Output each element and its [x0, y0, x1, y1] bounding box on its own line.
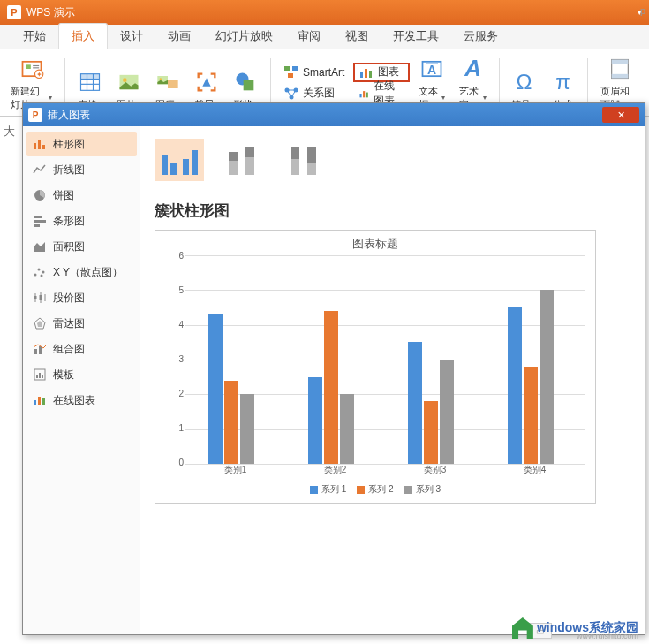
insert-chart-dialog: P 插入图表 ✕ 柱形图 折线图 饼图 条形图 面积图 X Y（散点图） 股价图…: [22, 102, 645, 635]
svg-rect-40: [34, 143, 36, 149]
svg-rect-41: [38, 140, 41, 149]
tab-review[interactable]: 审阅: [285, 24, 333, 49]
chart-type-stock[interactable]: 股价图: [26, 285, 137, 310]
online-chart-button[interactable]: 在线图表: [353, 84, 410, 103]
chart-type-template[interactable]: 模板: [26, 362, 137, 387]
chart-type-bar[interactable]: 条形图: [26, 208, 137, 233]
preview-title: 簇状柱形图: [155, 201, 630, 221]
chart-type-radar[interactable]: 雷达图: [26, 311, 137, 336]
svg-rect-21: [288, 73, 293, 78]
subtype-percent-stacked[interactable]: [278, 139, 328, 181]
pie-chart-icon: [32, 188, 48, 202]
chart-plot: [185, 255, 585, 464]
separator: [270, 58, 271, 108]
svg-rect-52: [34, 296, 37, 299]
svg-rect-42: [42, 145, 45, 149]
svg-rect-64: [34, 400, 36, 405]
column-chart-icon: [32, 137, 48, 151]
chart-type-area[interactable]: 面积图: [26, 234, 137, 259]
separator: [587, 58, 588, 108]
dialog-logo-icon: P: [28, 108, 42, 122]
symbol-icon: Ω: [511, 70, 536, 95]
textbox-icon: A: [419, 57, 444, 81]
svg-rect-54: [40, 295, 42, 300]
chart-legend: 系列 1系列 2系列 3: [155, 483, 595, 496]
line-chart-icon: [32, 163, 48, 177]
tab-animation[interactable]: 动画: [155, 24, 203, 49]
chart-title: 图表标题: [155, 231, 595, 252]
tab-design[interactable]: 设计: [108, 24, 155, 49]
title-bar: P WPS 演示 ▾: [0, 0, 649, 25]
header-footer-icon: [607, 57, 632, 81]
svg-rect-61: [36, 375, 38, 378]
svg-rect-11: [81, 73, 100, 79]
svg-point-48: [38, 269, 41, 271]
chart-preview: 图表标题 0123456 类别1类别2类别3类别4 系列 1系列 2系列 3: [155, 230, 596, 504]
svg-line-26: [287, 90, 291, 97]
subtype-clustered[interactable]: [155, 139, 204, 181]
svg-rect-18: [244, 80, 254, 90]
online-icon: [32, 393, 48, 407]
relation-button[interactable]: 关系图: [278, 84, 350, 103]
tab-insert[interactable]: 插入: [58, 23, 108, 49]
chart-icon: [358, 65, 374, 80]
watermark-sub: www.ruishitu.com: [577, 632, 638, 640]
svg-point-47: [34, 274, 37, 277]
chart-type-column[interactable]: 柱形图: [26, 132, 137, 156]
chart-type-online[interactable]: 在线图表: [26, 388, 137, 413]
svg-rect-63: [42, 375, 43, 378]
svg-rect-38: [611, 59, 628, 64]
chart-type-pie[interactable]: 饼图: [26, 183, 137, 208]
relation-label: 关系图: [303, 86, 335, 101]
bar-chart-icon: [32, 214, 48, 228]
tab-slideshow[interactable]: 幻灯片放映: [203, 24, 285, 49]
svg-marker-57: [37, 321, 42, 327]
svg-rect-58: [34, 349, 37, 354]
shapes-icon: [233, 70, 258, 95]
svg-rect-33: [366, 92, 368, 97]
smartart-label: SmartArt: [303, 66, 344, 79]
equation-icon: π: [550, 70, 575, 95]
chart-label: 图表: [378, 64, 399, 80]
topright-label: p: [640, 5, 645, 16]
svg-rect-20: [292, 66, 298, 71]
chart-type-line[interactable]: 折线图: [26, 157, 137, 182]
tab-start[interactable]: 开始: [11, 24, 58, 49]
dropdown-arrow-icon: ▾: [49, 94, 52, 102]
dialog-title-bar[interactable]: P 插入图表 ✕: [23, 103, 645, 126]
menu-tabs: 开始 插入 设计 动画 幻灯片放映 审阅 视图 开发工具 云服务: [0, 25, 649, 49]
chart-type-combo[interactable]: 组合图: [26, 337, 137, 361]
svg-rect-62: [39, 373, 41, 378]
svg-rect-66: [42, 398, 45, 405]
stock-chart-icon: [32, 291, 48, 305]
svg-rect-45: [34, 220, 46, 223]
new-slide-icon: ✦: [19, 57, 44, 81]
slide-panel-hint: 大: [4, 124, 15, 140]
tab-devtools[interactable]: 开发工具: [381, 24, 451, 49]
gallery-icon: [155, 70, 180, 95]
svg-rect-29: [365, 69, 367, 78]
svg-rect-65: [38, 397, 41, 405]
chart-type-list: 柱形图 折线图 饼图 条形图 面积图 X Y（散点图） 股价图 雷达图 组合图 …: [23, 126, 140, 634]
scatter-chart-icon: [32, 265, 48, 279]
svg-point-13: [123, 78, 127, 82]
dialog-close-button[interactable]: ✕: [602, 107, 639, 123]
separator: [499, 58, 500, 108]
tab-cloud[interactable]: 云服务: [451, 24, 510, 49]
chart-preview-area: 簇状柱形图 图表标题 0123456 类别1类别2类别3类别4 系列 1系列 2…: [140, 126, 645, 634]
chart-type-scatter[interactable]: X Y（散点图）: [26, 260, 137, 284]
svg-point-50: [41, 275, 43, 277]
area-chart-icon: [32, 239, 48, 254]
dialog-title: 插入图表: [48, 108, 602, 123]
subtype-stacked[interactable]: [216, 139, 266, 181]
relation-icon: [283, 87, 299, 101]
x-axis-labels: 类别1类别2类别3类别4: [185, 464, 585, 476]
svg-rect-44: [34, 216, 42, 218]
online-chart-icon: [358, 87, 370, 101]
svg-rect-59: [39, 346, 42, 354]
tab-view[interactable]: 视图: [333, 24, 381, 49]
smartart-icon: [283, 65, 299, 80]
app-title: WPS 演示: [26, 5, 634, 20]
svg-rect-32: [363, 91, 365, 97]
smartart-button[interactable]: SmartArt: [278, 63, 350, 82]
